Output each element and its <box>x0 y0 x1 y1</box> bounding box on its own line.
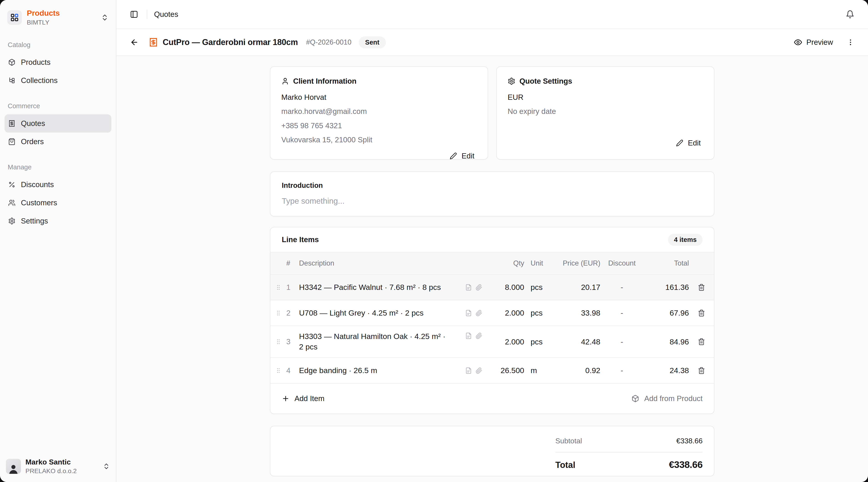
paperclip-icon[interactable] <box>475 310 483 317</box>
sidebar-item-products[interactable]: Products <box>4 53 111 71</box>
content-scroll-area[interactable]: Client Information Marko Horvat marko.ho… <box>116 56 868 482</box>
notifications-button[interactable] <box>844 8 856 21</box>
row-price[interactable]: 33.98 <box>552 308 600 318</box>
paperclip-icon[interactable] <box>475 332 483 339</box>
row-discount[interactable]: - <box>600 337 644 346</box>
grip-dots-icon <box>275 338 282 345</box>
kebab-menu-icon <box>847 38 855 46</box>
grip-dots-icon <box>275 309 282 317</box>
client-name: Marko Horvat <box>281 93 477 101</box>
user-icon <box>281 77 289 85</box>
row-price[interactable]: 0.92 <box>552 366 600 375</box>
paperclip-icon[interactable] <box>475 367 483 374</box>
line-item-row[interactable]: 4 Edge banding · 26.5 m 26.500 m 0.92 - … <box>270 358 714 384</box>
chevrons-up-down-icon <box>101 13 108 21</box>
divider <box>555 452 703 452</box>
paperclip-icon[interactable] <box>475 284 483 291</box>
total-value: €338.66 <box>669 459 703 470</box>
row-description[interactable]: H3342 — Pacific Walnut · 7.68 m² · 8 pcs <box>299 282 441 293</box>
delete-row-button[interactable] <box>689 367 714 374</box>
collections-tree-icon <box>8 77 16 84</box>
sidebar-item-collections[interactable]: Collections <box>4 71 111 90</box>
divider <box>147 9 147 19</box>
more-options-button[interactable] <box>845 37 856 48</box>
edit-settings-button[interactable]: Edit <box>674 137 703 149</box>
trash-icon <box>698 284 705 291</box>
note-icon[interactable] <box>465 332 472 339</box>
introduction-title: Introduction <box>282 181 703 190</box>
row-discount[interactable]: - <box>600 308 644 318</box>
note-icon[interactable] <box>465 367 472 374</box>
quote-header: CutPro — Garderobni ormar 180cm #Q-2026-… <box>116 29 868 56</box>
quote-receipt-icon <box>149 37 158 47</box>
drag-handle[interactable] <box>270 367 286 374</box>
line-items-card: Line Items 4 items # Description Qty Uni… <box>270 227 714 414</box>
col-qty: Qty <box>495 259 524 267</box>
introduction-card: Introduction Type something... <box>270 172 714 216</box>
add-item-button[interactable]: Add Item <box>282 394 324 403</box>
gear-icon <box>507 77 515 85</box>
panel-left-icon <box>130 10 138 19</box>
workspace-switcher[interactable]: Products BIMTLY <box>4 6 111 28</box>
app-logo <box>7 10 22 25</box>
row-unit[interactable]: pcs <box>524 337 552 346</box>
row-unit[interactable]: pcs <box>524 308 552 318</box>
row-price[interactable]: 42.48 <box>552 337 600 346</box>
delete-row-button[interactable] <box>689 284 714 291</box>
row-qty[interactable]: 2.000 <box>495 337 524 346</box>
edit-client-button[interactable]: Edit <box>447 150 477 162</box>
preview-button[interactable]: Preview <box>794 38 833 47</box>
row-description[interactable]: H3303 — Natural Hamilton Oak · 4.25 m² ·… <box>299 331 449 352</box>
row-discount[interactable]: - <box>600 366 644 375</box>
add-from-product-label: Add from Product <box>644 394 703 403</box>
sidebar: Products BIMTLY Catalog Products Collec <box>0 0 116 482</box>
row-qty[interactable]: 2.000 <box>495 308 524 318</box>
row-discount[interactable]: - <box>600 283 644 292</box>
app-org: BIMTLY <box>27 19 96 26</box>
sidebar-item-quotes[interactable]: Quotes <box>4 114 111 132</box>
quote-expiry: No expiry date <box>507 107 703 116</box>
grip-dots-icon <box>275 284 282 291</box>
line-item-row[interactable]: 3 H3303 — Natural Hamilton Oak · 4.25 m²… <box>270 326 714 358</box>
delete-row-button[interactable] <box>689 338 714 345</box>
back-button[interactable] <box>128 36 141 49</box>
sidebar-item-label: Orders <box>21 137 44 146</box>
row-price[interactable]: 20.17 <box>552 283 600 292</box>
grip-dots-icon <box>275 367 282 374</box>
add-item-label: Add Item <box>294 394 324 403</box>
line-item-row[interactable]: 2 U708 — Light Grey · 4.25 m² · 2 pcs 2.… <box>270 300 714 326</box>
row-unit[interactable]: m <box>524 366 552 375</box>
row-qty[interactable]: 26.500 <box>495 366 524 375</box>
row-unit[interactable]: pcs <box>524 283 552 292</box>
drag-handle[interactable] <box>270 338 286 345</box>
row-description[interactable]: Edge banding · 26.5 m <box>299 365 377 376</box>
add-from-product-button[interactable]: Add from Product <box>631 394 703 403</box>
user-menu[interactable]: Marko Santic PRELAKO d.o.o.2 <box>4 456 111 477</box>
eye-icon <box>794 38 802 47</box>
quote-settings-card: Quote Settings EUR No expiry date Edit <box>496 66 714 160</box>
col-index: # <box>286 259 299 267</box>
row-description[interactable]: U708 — Light Grey · 4.25 m² · 2 pcs <box>299 308 424 318</box>
delete-row-button[interactable] <box>689 309 714 317</box>
row-index: 4 <box>286 366 299 375</box>
sidebar-item-settings[interactable]: Settings <box>4 212 111 230</box>
note-icon[interactable] <box>465 284 472 291</box>
sidebar-item-customers[interactable]: Customers <box>4 194 111 212</box>
users-icon <box>8 199 16 206</box>
line-item-row[interactable]: 1 H3342 — Pacific Walnut · 7.68 m² · 8 p… <box>270 275 714 300</box>
person-silhouette-icon <box>7 463 20 474</box>
drag-handle[interactable] <box>270 309 286 317</box>
sidebar-item-orders[interactable]: Orders <box>4 132 111 151</box>
drag-handle[interactable] <box>270 284 286 291</box>
row-total: 67.96 <box>644 308 689 318</box>
row-qty[interactable]: 8.000 <box>495 283 524 292</box>
introduction-editor[interactable]: Type something... <box>282 197 703 206</box>
arrow-left-icon <box>130 38 138 47</box>
sidebar-item-discounts[interactable]: Discounts <box>4 176 111 194</box>
quote-currency: EUR <box>507 93 703 101</box>
table-header: # Description Qty Unit Price (EUR) Disco… <box>270 252 714 275</box>
row-total: 84.96 <box>644 337 689 346</box>
sidebar-toggle-button[interactable] <box>128 8 140 20</box>
bell-icon <box>846 10 855 19</box>
note-icon[interactable] <box>465 310 472 317</box>
